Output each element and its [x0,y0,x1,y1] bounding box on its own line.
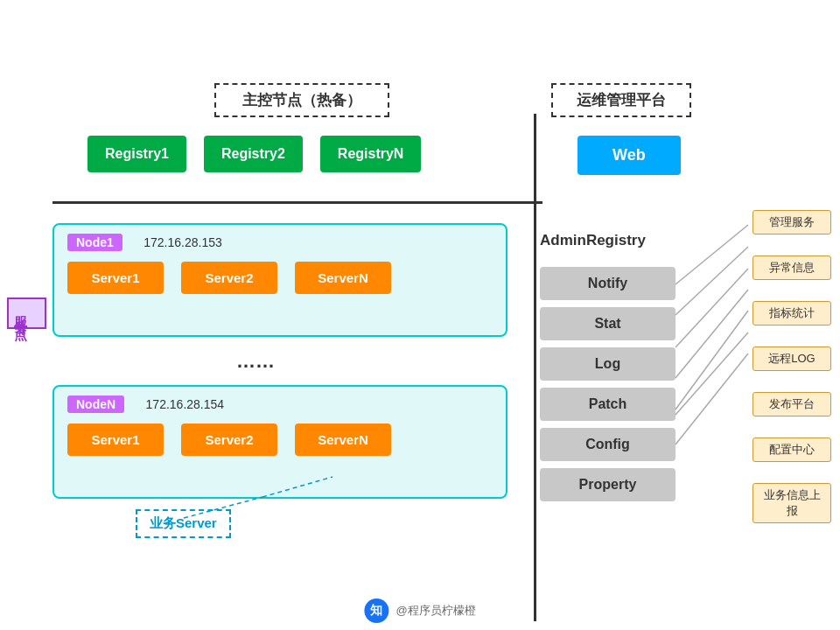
registryN-box: RegistryN [320,136,422,172]
node1-container: Node1 172.16.28.153 Server1 Server2 Serv… [52,223,508,337]
nodeN-server1: Server1 [67,424,164,456]
mgmt-label-0: 管理服务 [752,210,831,234]
watermark: 知 @程序员柠檬橙 [364,598,475,623]
registry2-box: Registry2 [204,136,303,172]
right-services: Notify Stat Log Patch Config Property [540,267,676,501]
node1-label: Node1 [67,234,122,251]
svg-line-2 [676,269,748,347]
vertical-divider [534,114,536,621]
registry1-box: Registry1 [88,136,186,172]
nodeN-serverN: ServerN [295,424,391,456]
nodeN-label: NodeN [67,396,124,413]
svg-line-1 [676,247,748,315]
svg-line-6 [676,354,748,444]
patch-box: Patch [540,388,676,421]
main-control-label: 主控节点（热备） [214,83,389,117]
nodeN-server2: Server2 [181,424,277,456]
node1-server-row: Server1 Server2 ServerN [67,262,493,294]
node1-server2: Server2 [181,262,277,294]
web-box: Web [578,136,681,175]
svg-line-3 [676,290,748,378]
main-container: 主控节点（热备） 运维管理平台 Registry1 Registry2 Regi… [0,0,840,630]
log-box: Log [540,347,676,381]
config-box: Config [540,428,676,461]
property-box: Property [540,468,676,501]
svg-line-4 [676,311,748,410]
mgmt-label-3: 远程LOG [752,346,831,371]
service-node-label: 服务节点 [7,298,46,329]
mgmt-label-2: 指标统计 [752,301,831,326]
admin-registry-label: AdminRegistry [540,232,646,249]
nodeN-ip: 172.16.28.154 [146,397,225,411]
mgmt-labels: 管理服务 异常信息 指标统计 远程LOG 发布平台 配置中心 业务信息上报 [752,210,831,523]
nodeN-container: NodeN 172.16.28.154 Server1 Server2 Serv… [52,385,508,499]
node1-serverN: ServerN [295,262,391,294]
mgmt-label-5: 配置中心 [752,438,831,462]
node1-server1: Server1 [67,262,164,294]
business-server-label: 业务Server [136,509,231,538]
watermark-symbol: 知 [364,598,388,623]
stat-box: Stat [540,307,676,340]
nodeN-server-row: Server1 Server2 ServerN [67,424,493,456]
horizontal-divider [52,201,542,204]
mgmt-label-6: 业务信息上报 [752,483,831,523]
node1-ip: 172.16.28.153 [144,235,222,249]
svg-line-5 [676,332,748,415]
mgmt-label-1: 异常信息 [752,256,831,280]
watermark-text: @程序员柠檬橙 [396,603,475,619]
ops-mgmt-label: 运维管理平台 [551,83,691,117]
mgmt-label-4: 发布平台 [752,392,831,416]
notify-box: Notify [540,267,676,300]
dots-separator: …… [236,350,275,373]
svg-line-0 [676,225,748,284]
registry-row: Registry1 Registry2 RegistryN [88,136,421,172]
